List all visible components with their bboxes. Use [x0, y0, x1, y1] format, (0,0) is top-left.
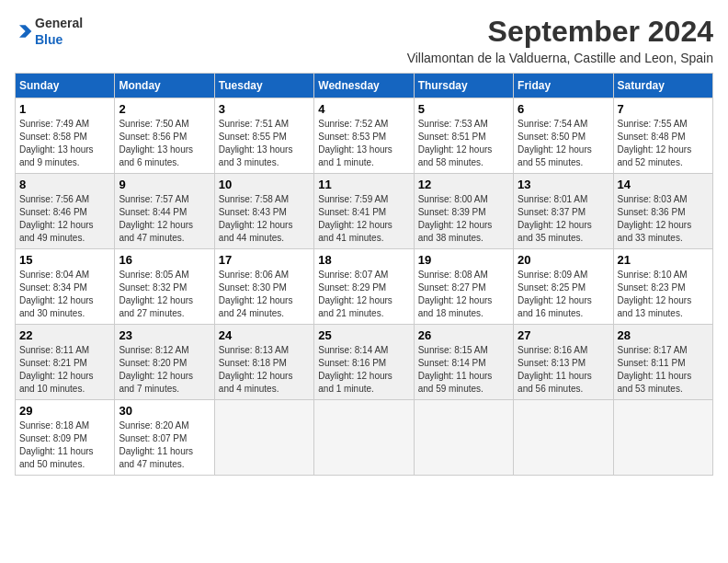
day-number: 12: [418, 178, 509, 191]
day-info: Sunrise: 8:13 AM Sunset: 8:18 PM Dayligh…: [219, 344, 310, 396]
calendar-week-row: 29 Sunrise: 8:18 AM Sunset: 8:09 PM Dayl…: [16, 400, 713, 476]
day-info: Sunrise: 8:03 AM Sunset: 8:36 PM Dayligh…: [618, 193, 709, 245]
day-info: Sunrise: 7:54 AM Sunset: 8:50 PM Dayligh…: [518, 118, 609, 169]
day-info: Sunrise: 8:00 AM Sunset: 8:39 PM Dayligh…: [418, 193, 509, 245]
table-row: 15 Sunrise: 8:04 AM Sunset: 8:34 PM Dayl…: [16, 249, 115, 325]
table-row: 13 Sunrise: 8:01 AM Sunset: 8:37 PM Dayl…: [514, 174, 613, 249]
table-row: 3 Sunrise: 7:51 AM Sunset: 8:55 PM Dayli…: [214, 98, 313, 174]
calendar-table: Sunday Monday Tuesday Wednesday Thursday…: [15, 73, 713, 476]
table-row: 1 Sunrise: 7:49 AM Sunset: 8:58 PM Dayli…: [16, 98, 115, 174]
day-number: 19: [418, 253, 509, 267]
logo: General Blue: [15, 15, 83, 48]
table-row: 4 Sunrise: 7:52 AM Sunset: 8:53 PM Dayli…: [314, 98, 414, 174]
day-number: 30: [119, 404, 210, 418]
day-info: Sunrise: 7:59 AM Sunset: 8:41 PM Dayligh…: [318, 193, 409, 245]
calendar-header-row: Sunday Monday Tuesday Wednesday Thursday…: [16, 74, 713, 98]
day-info: Sunrise: 7:57 AM Sunset: 8:44 PM Dayligh…: [119, 193, 210, 245]
header: General Blue September 2024 Villamontan …: [15, 15, 713, 65]
day-info: Sunrise: 8:01 AM Sunset: 8:37 PM Dayligh…: [518, 193, 609, 245]
day-number: 11: [318, 178, 409, 191]
table-row: 23 Sunrise: 8:12 AM Sunset: 8:20 PM Dayl…: [115, 325, 214, 400]
table-row: 12 Sunrise: 8:00 AM Sunset: 8:39 PM Dayl…: [414, 174, 513, 249]
day-number: 27: [518, 328, 609, 342]
day-info: Sunrise: 8:08 AM Sunset: 8:27 PM Dayligh…: [418, 269, 509, 320]
day-number: 6: [518, 102, 609, 116]
day-info: Sunrise: 8:11 AM Sunset: 8:21 PM Dayligh…: [19, 344, 110, 396]
day-info: Sunrise: 7:58 AM Sunset: 8:43 PM Dayligh…: [219, 193, 310, 245]
logo-general-text: General: [35, 16, 83, 30]
day-number: 14: [618, 178, 709, 191]
day-number: 8: [19, 178, 110, 191]
logo-blue-text: Blue: [35, 32, 63, 47]
day-info: Sunrise: 8:15 AM Sunset: 8:14 PM Dayligh…: [418, 344, 509, 396]
day-number: 2: [119, 102, 210, 116]
table-row: 14 Sunrise: 8:03 AM Sunset: 8:36 PM Dayl…: [613, 174, 712, 249]
day-info: Sunrise: 7:49 AM Sunset: 8:58 PM Dayligh…: [19, 118, 110, 169]
day-number: 17: [219, 253, 310, 267]
table-row: 28 Sunrise: 8:17 AM Sunset: 8:11 PM Dayl…: [613, 325, 712, 400]
table-row: 9 Sunrise: 7:57 AM Sunset: 8:44 PM Dayli…: [115, 174, 214, 249]
table-row: 8 Sunrise: 7:56 AM Sunset: 8:46 PM Dayli…: [16, 174, 115, 249]
day-number: 13: [518, 178, 609, 191]
day-number: 18: [318, 253, 409, 267]
table-row: 25 Sunrise: 8:14 AM Sunset: 8:16 PM Dayl…: [314, 325, 414, 400]
day-number: 28: [618, 328, 709, 342]
col-wednesday: Wednesday: [314, 74, 414, 98]
day-info: Sunrise: 7:55 AM Sunset: 8:48 PM Dayligh…: [618, 118, 709, 169]
table-row: [314, 400, 414, 476]
table-row: 5 Sunrise: 7:53 AM Sunset: 8:51 PM Dayli…: [414, 98, 513, 174]
title-block: September 2024 Villamontan de la Valduer…: [407, 15, 713, 65]
table-row: 7 Sunrise: 7:55 AM Sunset: 8:48 PM Dayli…: [613, 98, 712, 174]
day-info: Sunrise: 7:52 AM Sunset: 8:53 PM Dayligh…: [318, 118, 409, 169]
day-number: 26: [418, 328, 509, 342]
calendar-week-row: 8 Sunrise: 7:56 AM Sunset: 8:46 PM Dayli…: [16, 174, 713, 249]
table-row: 18 Sunrise: 8:07 AM Sunset: 8:29 PM Dayl…: [314, 249, 414, 325]
day-info: Sunrise: 8:20 AM Sunset: 8:07 PM Dayligh…: [119, 419, 210, 471]
col-monday: Monday: [115, 74, 214, 98]
day-info: Sunrise: 8:04 AM Sunset: 8:34 PM Dayligh…: [19, 269, 110, 320]
table-row: 19 Sunrise: 8:08 AM Sunset: 8:27 PM Dayl…: [414, 249, 513, 325]
day-number: 9: [119, 178, 210, 191]
day-info: Sunrise: 8:14 AM Sunset: 8:16 PM Dayligh…: [318, 344, 409, 396]
day-number: 29: [19, 404, 110, 418]
table-row: 6 Sunrise: 7:54 AM Sunset: 8:50 PM Dayli…: [514, 98, 613, 174]
day-number: 16: [119, 253, 210, 267]
page-container: General Blue September 2024 Villamontan …: [15, 15, 713, 476]
day-number: 21: [618, 253, 709, 267]
table-row: 30 Sunrise: 8:20 AM Sunset: 8:07 PM Dayl…: [115, 400, 214, 476]
day-number: 22: [19, 328, 110, 342]
table-row: 16 Sunrise: 8:05 AM Sunset: 8:32 PM Dayl…: [115, 249, 214, 325]
day-info: Sunrise: 8:17 AM Sunset: 8:11 PM Dayligh…: [618, 344, 709, 396]
day-info: Sunrise: 7:50 AM Sunset: 8:56 PM Dayligh…: [119, 118, 210, 169]
day-number: 15: [19, 253, 110, 267]
day-info: Sunrise: 8:06 AM Sunset: 8:30 PM Dayligh…: [219, 269, 310, 320]
table-row: 26 Sunrise: 8:15 AM Sunset: 8:14 PM Dayl…: [414, 325, 513, 400]
day-number: 24: [219, 328, 310, 342]
calendar-week-row: 22 Sunrise: 8:11 AM Sunset: 8:21 PM Dayl…: [16, 325, 713, 400]
day-number: 23: [119, 328, 210, 342]
day-number: 1: [19, 102, 110, 116]
col-tuesday: Tuesday: [214, 74, 313, 98]
table-row: [613, 400, 712, 476]
col-friday: Friday: [514, 74, 613, 98]
day-info: Sunrise: 7:51 AM Sunset: 8:55 PM Dayligh…: [219, 118, 310, 169]
calendar-week-row: 15 Sunrise: 8:04 AM Sunset: 8:34 PM Dayl…: [16, 249, 713, 325]
calendar-week-row: 1 Sunrise: 7:49 AM Sunset: 8:58 PM Dayli…: [16, 98, 713, 174]
day-info: Sunrise: 8:07 AM Sunset: 8:29 PM Dayligh…: [318, 269, 409, 320]
col-saturday: Saturday: [613, 74, 712, 98]
day-number: 7: [618, 102, 709, 116]
day-number: 3: [219, 102, 310, 116]
table-row: [214, 400, 313, 476]
day-info: Sunrise: 8:18 AM Sunset: 8:09 PM Dayligh…: [19, 419, 110, 471]
day-info: Sunrise: 8:12 AM Sunset: 8:20 PM Dayligh…: [119, 344, 210, 396]
logo-icon: [15, 22, 33, 40]
table-row: 10 Sunrise: 7:58 AM Sunset: 8:43 PM Dayl…: [214, 174, 313, 249]
table-row: 27 Sunrise: 8:16 AM Sunset: 8:13 PM Dayl…: [514, 325, 613, 400]
day-number: 5: [418, 102, 509, 116]
table-row: 11 Sunrise: 7:59 AM Sunset: 8:41 PM Dayl…: [314, 174, 414, 249]
day-number: 4: [318, 102, 409, 116]
day-info: Sunrise: 8:05 AM Sunset: 8:32 PM Dayligh…: [119, 269, 210, 320]
day-number: 10: [219, 178, 310, 191]
table-row: 24 Sunrise: 8:13 AM Sunset: 8:18 PM Dayl…: [214, 325, 313, 400]
table-row: 2 Sunrise: 7:50 AM Sunset: 8:56 PM Dayli…: [115, 98, 214, 174]
